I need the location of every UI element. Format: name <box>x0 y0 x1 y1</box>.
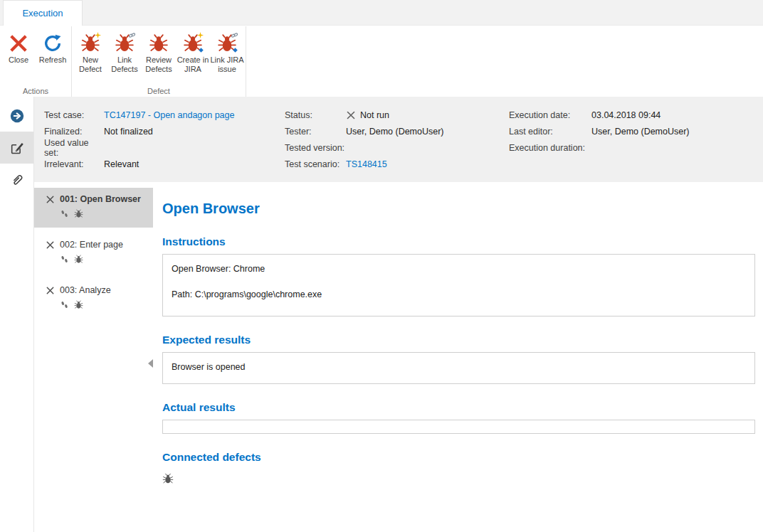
link-jira-issue-button[interactable]: Link JIRA issue <box>210 29 244 74</box>
instruction-line: Open Browser: Chrome <box>172 264 746 274</box>
new-defect-label: New Defect <box>73 55 107 74</box>
edit-execution-button[interactable] <box>0 132 33 164</box>
info-row-tested-version: Tested version: <box>285 139 444 156</box>
info-row-execution-duration: Execution duration: <box>509 139 690 156</box>
info-column-2: Status: Not run Tester: User, Demo (Demo… <box>285 107 444 172</box>
step-item-002[interactable]: 002: Enter page <box>34 233 153 273</box>
review-defects-label: Review Defects <box>142 55 176 74</box>
info-row-execution-date: Execution date: 03.04.2018 09:44 <box>509 107 690 123</box>
tab-bar: Execution <box>0 0 763 26</box>
ribbon-group-actions-label: Actions <box>0 87 71 95</box>
finalized-value: Not finalized <box>104 127 153 137</box>
ribbon: Close Refresh Actions New Defect <box>0 26 763 97</box>
info-row-status: Status: Not run <box>285 107 444 123</box>
tester-value: User, Demo (DemoUser) <box>346 127 444 137</box>
last-editor-label: Last editor: <box>509 127 591 137</box>
tested-version-label: Tested version: <box>285 143 346 153</box>
execution-date-value: 03.04.2018 09:44 <box>591 110 661 120</box>
create-in-jira-label: Create in JIRA <box>176 55 210 74</box>
info-row-last-editor: Last editor: User, Demo (DemoUser) <box>509 123 690 139</box>
instructions-heading: Instructions <box>162 235 755 248</box>
execution-info-panel: Test case: TC147197 - Open andagon page … <box>34 97 763 182</box>
test-case-link[interactable]: TC147197 - Open andagon page <box>104 110 234 120</box>
edit-pencil-icon <box>9 140 25 156</box>
step-not-run-icon <box>46 286 55 295</box>
actual-results-input[interactable] <box>162 420 755 434</box>
ribbon-group-actions: Close Refresh Actions <box>0 26 72 97</box>
left-icon-sidebar <box>0 97 34 532</box>
tab-execution[interactable]: Execution <box>3 0 83 26</box>
connected-defects-heading: Connected defects <box>162 451 755 464</box>
close-icon <box>9 33 28 53</box>
bug-icon <box>149 33 169 53</box>
status-label: Status: <box>285 110 346 120</box>
info-column-1: Test case: TC147197 - Open andagon page … <box>44 107 234 172</box>
refresh-button-label: Refresh <box>39 55 67 65</box>
refresh-icon <box>43 33 63 53</box>
execution-window: Execution Close Refresh Actions <box>0 0 763 532</box>
info-column-3: Execution date: 03.04.2018 09:44 Last ed… <box>509 107 690 156</box>
link-badge-icon <box>231 31 238 39</box>
expected-results-box: Browser is opened <box>162 352 755 384</box>
bug-new-jira-icon <box>183 33 203 53</box>
bug-new-icon <box>80 33 100 53</box>
navigate-button[interactable] <box>0 100 33 132</box>
jira-diamond-badge-icon <box>197 46 205 54</box>
link-badge-icon <box>128 31 136 39</box>
step-detail-panel: Open Browser Instructions Open Browser: … <box>153 182 763 532</box>
step-list: 001: Open Browser 002: Enter page 003: A… <box>34 182 153 532</box>
info-row-test-scenario: Test scenario: TS148415 <box>285 156 444 172</box>
ribbon-group-defect-label: Defect <box>72 87 246 95</box>
step-label: 003: Analyze <box>60 285 111 295</box>
collapse-panel-arrow-icon[interactable] <box>148 359 153 368</box>
execution-duration-label: Execution duration: <box>509 143 591 153</box>
footsteps-icon <box>60 300 69 309</box>
used-value-set-label: Used value set: <box>44 138 104 158</box>
new-star-badge-icon <box>196 31 204 39</box>
connected-defect-icon <box>162 473 174 484</box>
jira-diamond-badge-icon <box>231 46 239 54</box>
ribbon-group-defect: New Defect Link Defects Review Defects <box>72 26 246 97</box>
expected-results-text: Browser is opened <box>172 362 746 372</box>
instructions-box: Open Browser: Chrome Path: C:\programs\g… <box>162 254 755 316</box>
link-defects-button[interactable]: Link Defects <box>107 29 142 74</box>
step-item-001[interactable]: 001: Open Browser <box>34 188 153 228</box>
bug-link-jira-icon <box>217 33 237 53</box>
footsteps-icon <box>60 255 69 264</box>
step-defect-icon <box>74 209 83 218</box>
info-row-test-case: Test case: TC147197 - Open andagon page <box>44 107 234 123</box>
last-editor-value: User, Demo (DemoUser) <box>591 127 690 137</box>
step-not-run-icon <box>46 195 55 204</box>
info-row-used-value-set: Used value set: <box>44 139 234 156</box>
irrelevant-label: Irrelevant: <box>44 159 104 169</box>
link-defects-label: Link Defects <box>107 55 142 74</box>
expected-results-heading: Expected results <box>162 334 755 346</box>
link-jira-issue-label: Link JIRA issue <box>210 55 244 74</box>
test-scenario-link[interactable]: TS148415 <box>346 159 387 169</box>
refresh-button[interactable]: Refresh <box>36 29 70 65</box>
attachments-button[interactable] <box>0 164 33 196</box>
test-case-label: Test case: <box>44 110 104 120</box>
actual-results-heading: Actual results <box>162 401 755 414</box>
step-item-003[interactable]: 003: Analyze <box>34 279 153 319</box>
bug-link-icon <box>115 33 135 53</box>
step-label: 002: Enter page <box>60 240 123 250</box>
not-run-x-icon <box>346 110 356 120</box>
execution-date-label: Execution date: <box>509 110 591 120</box>
irrelevant-value: Relevant <box>104 159 139 169</box>
create-in-jira-button[interactable]: Create in JIRA <box>176 29 210 74</box>
step-defect-icon <box>74 300 83 309</box>
close-button-label: Close <box>9 55 28 65</box>
step-label: 001: Open Browser <box>60 194 141 204</box>
step-not-run-icon <box>46 240 55 250</box>
finalized-label: Finalized: <box>44 127 104 137</box>
instruction-line: Path: C:\programs\google\chrome.exe <box>172 289 746 299</box>
circle-right-arrow-icon <box>9 108 25 124</box>
review-defects-button[interactable]: Review Defects <box>142 29 176 74</box>
new-star-badge-icon <box>94 31 102 39</box>
step-title: Open Browser <box>162 201 755 217</box>
new-defect-button[interactable]: New Defect <box>73 29 107 74</box>
close-button[interactable]: Close <box>1 29 36 65</box>
footsteps-icon <box>60 209 69 218</box>
info-row-tester: Tester: User, Demo (DemoUser) <box>285 123 444 139</box>
